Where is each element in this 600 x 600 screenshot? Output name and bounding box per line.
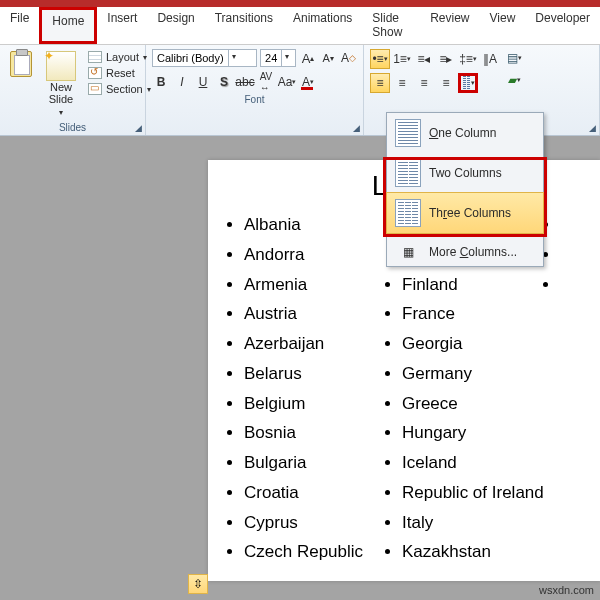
paste-icon [10, 51, 32, 77]
text-shadow-button[interactable]: S [215, 73, 233, 91]
list-item: Bosnia [244, 418, 376, 448]
menu-more-columns[interactable]: ▦ More Columns... [387, 238, 543, 266]
section-icon [88, 83, 102, 95]
list-column-1: AlbaniaAndorraArmeniaAustriaAzerbaijanBe… [218, 210, 376, 567]
menu-two-columns[interactable]: Two Columns [387, 153, 543, 193]
char-spacing-button[interactable]: AV↔ [257, 73, 275, 91]
text-direction-button[interactable]: ‖A [480, 49, 500, 69]
layout-icon [88, 51, 102, 63]
tab-developer[interactable]: Developer [525, 7, 600, 44]
strikethrough-button[interactable]: abc [236, 73, 254, 91]
align-text-button[interactable]: ▤▾ [504, 49, 524, 67]
list-item: Germany [402, 359, 534, 389]
watermark: wsxdn.com [539, 584, 594, 596]
list-item: Cyprus [244, 508, 376, 538]
chevron-down-icon: ▾ [281, 50, 292, 66]
section-button[interactable]: Section ▾ [86, 81, 153, 97]
list-item: Iceland [402, 448, 534, 478]
more-columns-icon: ▦ [395, 244, 421, 260]
list-item: Armenia [244, 270, 376, 300]
shrink-font-button[interactable]: A▾ [320, 49, 337, 67]
list-item: Kazakhstan [402, 537, 534, 567]
reset-icon [88, 67, 102, 79]
clear-format-button[interactable]: A◇ [340, 49, 357, 67]
one-column-icon [395, 119, 421, 147]
reset-button[interactable]: Reset [86, 65, 137, 81]
three-columns-icon [395, 199, 421, 227]
new-slide-label: NewSlide ▾ [46, 81, 76, 117]
app-window: FileHomeInsertDesignTransitionsAnimation… [0, 0, 600, 600]
align-center-button[interactable]: ≡ [392, 73, 412, 93]
font-color-button[interactable]: A▾ [299, 73, 317, 91]
tab-transitions[interactable]: Transitions [205, 7, 283, 44]
change-case-button[interactable]: Aa▾ [278, 73, 296, 91]
paragraph-launcher[interactable]: ◢ [587, 123, 597, 133]
columns-button[interactable]: ▾ [458, 73, 478, 93]
two-columns-icon [395, 159, 421, 187]
list-item [560, 210, 594, 240]
group-slides: NewSlide ▾ Layout ▾ Reset Section ▾ Slid… [0, 45, 146, 135]
list-item: Belgium [244, 389, 376, 419]
align-right-button[interactable]: ≡ [414, 73, 434, 93]
font-launcher[interactable]: ◢ [351, 123, 361, 133]
list-item: Croatia [244, 478, 376, 508]
tab-insert[interactable]: Insert [97, 7, 147, 44]
chevron-down-icon: ▾ [228, 50, 239, 66]
list-item: Greece [402, 389, 534, 419]
paste-button[interactable] [6, 49, 36, 119]
list-item: Czech Republic [244, 537, 376, 567]
title-bar [0, 0, 600, 7]
list-item [560, 270, 594, 300]
list-item: Azerbaijan [244, 329, 376, 359]
list-item: Bulgaria [244, 448, 376, 478]
tab-view[interactable]: View [480, 7, 526, 44]
list-item: Georgia [402, 329, 534, 359]
italic-button[interactable]: I [173, 73, 191, 91]
convert-smartart-button[interactable]: ▰▾ [504, 71, 524, 89]
font-size-combo[interactable]: 24▾ [260, 49, 296, 67]
list-item [560, 240, 594, 270]
new-slide-icon [46, 51, 76, 81]
grow-font-button[interactable]: A▴ [299, 49, 316, 67]
list-item: Italy [402, 508, 534, 538]
list-item: Republic of Ireland [402, 478, 534, 508]
tab-file[interactable]: File [0, 7, 39, 44]
line-spacing-button[interactable]: ‡≡▾ [458, 49, 478, 69]
slides-small-buttons: Layout ▾ Reset Section ▾ [86, 49, 153, 119]
underline-button[interactable]: U [194, 73, 212, 91]
bullets-button[interactable]: •≡▾ [370, 49, 390, 69]
menu-one-column[interactable]: One Column [387, 113, 543, 153]
bold-button[interactable]: B [152, 73, 170, 91]
tab-home[interactable]: Home [39, 7, 97, 44]
group-label-font: Font [152, 91, 357, 105]
layout-button[interactable]: Layout ▾ [86, 49, 149, 65]
menu-three-columns[interactable]: Three Columns [386, 192, 544, 234]
columns-icon [463, 76, 470, 90]
list-item: Hungary [402, 418, 534, 448]
group-label-slides: Slides [6, 119, 139, 133]
new-slide-button[interactable]: NewSlide ▾ [42, 49, 80, 119]
list-item: Finland [402, 270, 534, 300]
decrease-indent-button[interactable]: ≡◂ [414, 49, 434, 69]
tab-review[interactable]: Review [420, 7, 479, 44]
numbering-button[interactable]: 1≡▾ [392, 49, 412, 69]
list-item: Austria [244, 299, 376, 329]
tab-animations[interactable]: Animations [283, 7, 362, 44]
tab-design[interactable]: Design [147, 7, 204, 44]
font-name-combo[interactable]: Calibri (Body)▾ [152, 49, 257, 67]
increase-indent-button[interactable]: ≡▸ [436, 49, 456, 69]
list-item: Andorra [244, 240, 376, 270]
columns-menu: One Column Two Columns Three Columns ▦ M… [386, 112, 544, 267]
slides-launcher[interactable]: ◢ [133, 123, 143, 133]
justify-button[interactable]: ≡ [436, 73, 456, 93]
list-item: Belarus [244, 359, 376, 389]
list-item: Albania [244, 210, 376, 240]
tab-slide-show[interactable]: Slide Show [362, 7, 420, 44]
list-item: France [402, 299, 534, 329]
align-left-button[interactable]: ≡ [370, 73, 390, 93]
group-font: Calibri (Body)▾ 24▾ A▴ A▾ A◇ B I U S abc… [146, 45, 364, 135]
ribbon-tabs: FileHomeInsertDesignTransitionsAnimation… [0, 7, 600, 45]
autofit-marker[interactable]: ⇳ [188, 574, 208, 594]
menu-divider [387, 235, 543, 236]
